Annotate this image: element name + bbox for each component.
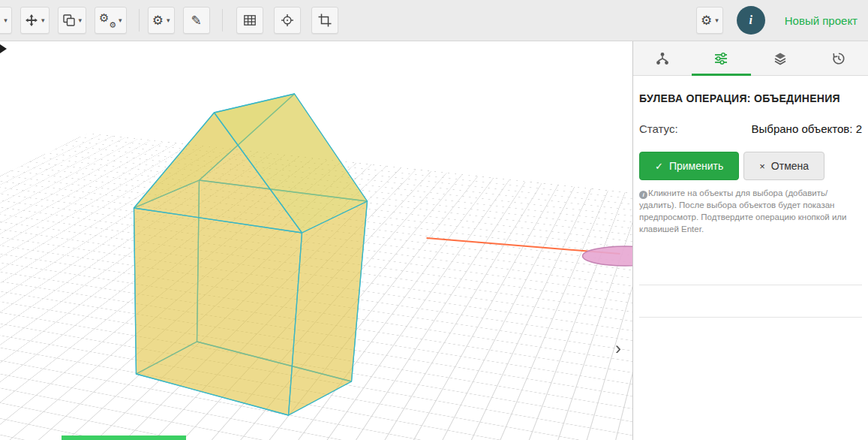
panel-tabs <box>633 41 868 76</box>
modifiers-tool-button[interactable]: ⚙ ⚙ ▾ <box>95 7 127 34</box>
tab-history[interactable] <box>809 41 868 75</box>
app-window: ⚙ ▾ ▾ ▾ ⚙ ⚙ ▾ <box>0 0 868 440</box>
info-icon: i <box>749 14 752 27</box>
panel-title: БУЛЕВА ОПЕРАЦИЯ: ОБЪЕДИНЕНИЯ <box>639 92 862 104</box>
chevron-down-icon: ▾ <box>79 17 83 24</box>
status-row: Статус: Выбрано объектов: 2 <box>639 122 862 135</box>
tab-layers[interactable] <box>751 41 809 75</box>
panel-body: БУЛЕВА ОПЕРАЦИЯ: ОБЪЕДИНЕНИЯ Статус: Выб… <box>633 76 868 318</box>
grid-icon <box>243 14 257 27</box>
house-object[interactable] <box>134 94 368 415</box>
close-icon: × <box>759 161 765 172</box>
chevron-down-icon: ▾ <box>167 17 170 24</box>
origin-tool-button[interactable] <box>274 7 301 34</box>
crosshair-icon <box>281 14 294 27</box>
grid-tool-button[interactable] <box>236 7 263 34</box>
operation-hint: iКликните на объекты для выбора (добавит… <box>639 188 862 235</box>
action-buttons: ✓ Применить × Отмена <box>639 152 862 180</box>
chevron-down-icon: ▾ <box>41 17 45 24</box>
bottom-toolbar-strip <box>62 435 186 440</box>
partial-tool-button[interactable]: ⚙ ▾ <box>0 7 12 34</box>
layers-icon <box>773 51 788 66</box>
toolbar-separator <box>139 9 140 32</box>
status-value: Выбрано объектов: 2 <box>752 122 862 135</box>
pencil-icon: ✎ <box>191 14 201 27</box>
gear-icon: ⚙ <box>152 14 164 27</box>
panel-collapse-button[interactable]: › <box>608 336 628 360</box>
crop-icon <box>318 14 332 27</box>
toolbar-separator <box>222 9 223 32</box>
toolbar-left-group: ⚙ ▾ ▾ ▾ ⚙ ⚙ ▾ <box>0 0 338 41</box>
toolbar-right-group: ⚙ ▾ i Новый проект <box>696 6 857 35</box>
chevron-down-icon: ▾ <box>119 17 122 24</box>
view-settings-button[interactable]: ⚙ ▾ <box>696 7 723 34</box>
settings-tool-button[interactable]: ⚙ ▾ <box>148 7 175 34</box>
tab-operation-settings[interactable] <box>692 41 750 75</box>
edit-tool-button[interactable]: ✎ <box>183 7 210 34</box>
scene-canvas <box>0 41 632 440</box>
tree-icon <box>655 51 670 66</box>
move-tool-button[interactable]: ▾ <box>20 7 50 34</box>
apply-button[interactable]: ✓ Применить <box>639 152 739 180</box>
check-icon: ✓ <box>655 161 663 172</box>
move-icon <box>25 14 38 27</box>
status-label: Статус: <box>639 122 678 135</box>
gears-icon: ⚙ ⚙ <box>99 13 116 28</box>
divider <box>639 285 862 285</box>
history-icon <box>831 51 846 66</box>
viewport-3d[interactable]: › <box>0 41 632 440</box>
right-panel: БУЛЕВА ОПЕРАЦИЯ: ОБЪЕДИНЕНИЯ Статус: Выб… <box>632 41 868 440</box>
cancel-button[interactable]: × Отмена <box>743 152 824 180</box>
sliders-icon <box>713 51 728 66</box>
divider <box>639 317 862 318</box>
unknown-partial-icon: ⚙ <box>0 14 1 27</box>
info-button[interactable]: i <box>737 6 765 35</box>
gear-icon: ⚙ <box>701 14 712 27</box>
hint-text: Кликните на объекты для выбора (добавить… <box>639 188 846 234</box>
apply-button-label: Применить <box>669 160 723 172</box>
new-project-button[interactable]: Новый проект <box>785 14 857 27</box>
tab-model-tree[interactable] <box>633 41 692 75</box>
chevron-down-icon: ▾ <box>715 17 719 24</box>
left-panel-toggle[interactable] <box>0 44 7 53</box>
section-tool-button[interactable] <box>311 7 338 34</box>
chevron-right-icon: › <box>615 338 621 358</box>
copy-icon <box>62 14 76 27</box>
info-circle-icon: i <box>639 191 647 199</box>
cancel-button-label: Отмена <box>771 160 809 172</box>
chevron-down-icon: ▾ <box>4 17 8 24</box>
content-area: › <box>0 41 868 440</box>
duplicate-tool-button[interactable]: ▾ <box>58 7 87 34</box>
toolbar: ⚙ ▾ ▾ ▾ ⚙ ⚙ ▾ <box>0 0 868 41</box>
disc-object[interactable] <box>583 246 633 266</box>
